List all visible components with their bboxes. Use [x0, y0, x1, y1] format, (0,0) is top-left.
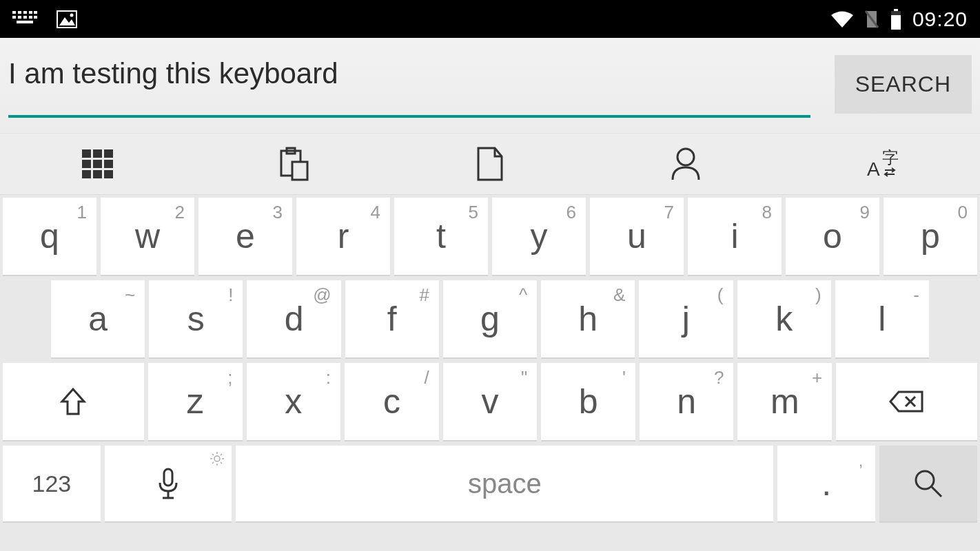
keyboard: 1q2w3e4r5t6y7u8i9o0p ~a!s@d#f^g&h(j)k-l …: [0, 195, 980, 551]
key-space[interactable]: space: [236, 446, 773, 523]
key-label: m: [770, 382, 799, 422]
key-e[interactable]: 3e: [198, 198, 292, 276]
search-input[interactable]: I am testing this keyboard: [8, 50, 810, 118]
key-numbers[interactable]: 123: [3, 446, 101, 523]
svg-line-40: [212, 454, 214, 455]
key-hint: @: [313, 284, 331, 306]
svg-line-41: [221, 462, 222, 464]
key-label: i: [731, 216, 738, 256]
key-d[interactable]: @d: [247, 280, 340, 359]
search-button[interactable]: SEARCH: [835, 55, 972, 114]
key-label: p: [921, 216, 940, 256]
key-v[interactable]: "v: [443, 363, 538, 441]
svg-text:字: 字: [882, 148, 899, 167]
key-hint: 4: [371, 202, 380, 223]
key-voice[interactable]: [105, 446, 232, 523]
toolbar-grid[interactable]: [0, 134, 196, 194]
key-hint: ': [622, 367, 626, 388]
key-o[interactable]: 9o: [786, 198, 879, 276]
key-label: f: [387, 299, 397, 339]
key-search[interactable]: [879, 446, 977, 523]
key-hint: ?: [714, 367, 724, 388]
shift-icon: [59, 386, 87, 417]
gallery-icon: [57, 10, 77, 28]
key-g[interactable]: ^g: [443, 280, 537, 359]
key-l[interactable]: -l: [835, 280, 929, 359]
key-k[interactable]: )k: [737, 280, 831, 359]
key-label: o: [823, 216, 842, 256]
grid-icon: [81, 147, 115, 181]
key-hint: #: [419, 284, 429, 306]
toolbar-clipboard[interactable]: [196, 134, 391, 194]
key-label: d: [285, 299, 304, 339]
key-label: r: [338, 216, 349, 256]
key-label: l: [878, 299, 886, 339]
toolbar-profile[interactable]: [588, 134, 784, 194]
key-hint: &: [613, 284, 625, 306]
svg-point-13: [70, 13, 74, 17]
key-u[interactable]: 7u: [590, 198, 684, 276]
svg-rect-0: [12, 11, 16, 14]
key-hint: -: [913, 284, 919, 306]
svg-point-35: [214, 456, 220, 461]
key-m[interactable]: +m: [737, 363, 832, 441]
svg-point-30: [677, 149, 694, 165]
key-i[interactable]: 8i: [688, 198, 782, 276]
toolbar-translate[interactable]: A 字: [784, 134, 980, 194]
key-a[interactable]: ~a: [51, 280, 145, 359]
key-p[interactable]: 0p: [884, 198, 977, 276]
key-hint: 3: [273, 202, 283, 223]
key-t[interactable]: 5t: [394, 198, 488, 276]
key-n[interactable]: ?n: [640, 363, 734, 441]
svg-rect-9: [34, 16, 37, 19]
key-label: j: [682, 299, 690, 339]
svg-rect-18: [82, 149, 91, 158]
key-r[interactable]: 4r: [296, 198, 390, 276]
key-hint: ;: [227, 367, 232, 388]
key-label: k: [775, 299, 793, 339]
key-w[interactable]: 2w: [101, 198, 194, 276]
key-z[interactable]: ;z: [148, 363, 243, 441]
key-q[interactable]: 1q: [3, 198, 96, 276]
keyboard-toolbar: A 字: [0, 133, 980, 195]
key-label: h: [578, 299, 598, 339]
key-hint: ": [521, 367, 527, 388]
key-hint: 0: [958, 202, 968, 223]
svg-rect-5: [12, 16, 16, 19]
svg-rect-24: [82, 170, 91, 178]
svg-rect-2: [23, 11, 27, 14]
svg-rect-19: [93, 149, 102, 158]
key-hint: 7: [664, 202, 674, 223]
key-hint: (: [717, 284, 724, 306]
key-x[interactable]: :x: [247, 363, 341, 441]
key-h[interactable]: &h: [541, 280, 635, 359]
svg-rect-21: [82, 160, 91, 168]
svg-rect-4: [34, 11, 37, 14]
key-label: x: [285, 382, 302, 422]
key-hint: /: [424, 367, 429, 388]
svg-line-48: [932, 487, 941, 497]
svg-rect-6: [18, 16, 21, 19]
key-c[interactable]: /c: [345, 363, 439, 441]
key-backspace[interactable]: [836, 363, 977, 441]
key-f[interactable]: #f: [345, 280, 439, 359]
key-s[interactable]: !s: [149, 280, 243, 359]
toolbar-document[interactable]: [392, 134, 588, 194]
key-hint: ): [815, 284, 821, 306]
key-b[interactable]: 'b: [541, 363, 635, 441]
svg-line-43: [221, 454, 222, 455]
svg-rect-20: [104, 149, 113, 158]
key-shift[interactable]: [3, 363, 144, 441]
search-input-text: I am testing this keyboard: [8, 50, 810, 118]
gear-icon: [210, 451, 225, 466]
key-label: q: [40, 216, 59, 256]
key-label: g: [480, 299, 500, 339]
svg-rect-23: [104, 160, 113, 168]
keyboard-indicator-icon: [12, 11, 37, 28]
key-j[interactable]: (j: [639, 280, 733, 359]
key-y[interactable]: 6y: [492, 198, 586, 276]
key-period[interactable]: , .: [777, 446, 875, 523]
key-hint: ~: [125, 284, 135, 306]
svg-text:A: A: [867, 158, 880, 180]
search-area: I am testing this keyboard SEARCH: [0, 38, 980, 133]
